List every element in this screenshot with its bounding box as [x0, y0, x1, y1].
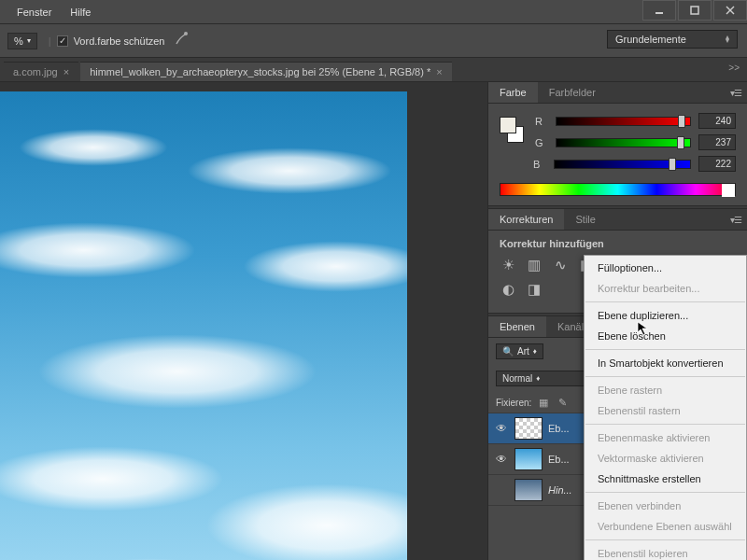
panel-menu-icon[interactable]: ▾☰ — [730, 88, 741, 98]
foreground-swatch[interactable] — [500, 117, 516, 133]
cm-ebenen-verbinden: Ebenen verbinden — [585, 496, 746, 516]
cm-korrektur-bearbeiten: Korrektur bearbeiten... — [585, 278, 746, 299]
layer-name[interactable]: Eb... — [548, 423, 570, 434]
cm-vektormaske-aktivieren: Vektormaske aktivieren — [585, 448, 746, 469]
lock-paint-icon[interactable]: ✎ — [556, 396, 569, 409]
layer-filter-dropdown[interactable]: 🔍 Art ♦ — [496, 343, 543, 359]
b-value[interactable]: 222 — [698, 156, 736, 172]
color-panel-tabs: Farbe Farbfelder ▾☰ — [488, 82, 747, 104]
r-value[interactable]: 240 — [698, 113, 736, 129]
b-label: B — [533, 159, 546, 170]
brightness-icon[interactable]: ☀ — [500, 257, 516, 273]
cm-ebene-loeschen[interactable]: Ebene löschen — [585, 326, 746, 346]
menu-hilfe[interactable]: Hilfe — [61, 3, 100, 21]
tab-farbfelder[interactable]: Farbfelder — [538, 82, 607, 103]
color-panel: R 240 G 237 B 222 — [488, 104, 747, 205]
close-button[interactable] — [713, 0, 747, 21]
cm-ebene-rastern: Ebene rastern — [585, 380, 746, 400]
b-slider[interactable] — [554, 160, 691, 169]
close-icon[interactable]: × — [436, 66, 442, 77]
separator — [585, 376, 745, 377]
curves-icon[interactable]: ∿ — [552, 257, 569, 273]
svg-rect-1 — [691, 7, 698, 14]
g-value[interactable]: 237 — [698, 134, 736, 150]
minimize-button[interactable] — [642, 0, 676, 21]
layer-context-menu: Fülloptionen... Korrektur bearbeiten... … — [584, 255, 747, 560]
tab-overflow[interactable]: >> — [728, 63, 740, 73]
adjustments-panel-tabs: Korrekturen Stile ▾☰ — [488, 209, 747, 231]
r-slider[interactable] — [556, 117, 691, 126]
options-bar: %▾ | Vord.farbe schützen Grundelemente ▴… — [0, 24, 747, 58]
close-icon[interactable]: × — [63, 66, 69, 77]
doc-tab-inactive[interactable]: a.com.jpg× — [4, 62, 78, 81]
svg-point-4 — [184, 32, 188, 35]
separator — [585, 539, 745, 540]
cm-schnittmaske[interactable]: Schnittmaske erstellen — [585, 469, 746, 489]
chevron-updown-icon: ▴▾ — [726, 35, 729, 43]
hue-ramp[interactable] — [500, 183, 736, 196]
color-swatches[interactable] — [500, 117, 524, 143]
canvas-area[interactable] — [0, 82, 487, 560]
menubar: Fenster Hilfe — [0, 0, 747, 24]
separator — [585, 492, 745, 493]
protect-fg-label: Vord.farbe schützen — [74, 35, 165, 47]
lock-trans-icon[interactable]: ▦ — [537, 396, 550, 409]
doc-tab-active[interactable]: himmel_wolken_by_archaeopteryx_stocks.jp… — [80, 62, 451, 81]
hue-icon[interactable]: ◐ — [500, 281, 516, 298]
cm-ebenenstil-kopieren: Ebenenstil kopieren — [585, 543, 746, 560]
layer-thumb[interactable] — [514, 479, 543, 501]
cm-fulloptionen[interactable]: Fülloptionen... — [585, 258, 746, 278]
panel-menu-icon[interactable]: ▾☰ — [730, 215, 741, 225]
r-label: R — [535, 116, 548, 127]
cm-ebenenmaske-aktivieren: Ebenenmaske aktivieren — [585, 427, 746, 448]
visibility-icon[interactable]: 👁 — [496, 453, 509, 466]
layer-name[interactable]: Eb... — [548, 454, 570, 465]
bw-icon[interactable]: ◨ — [526, 281, 543, 298]
visibility-icon[interactable]: 👁 — [496, 422, 509, 435]
levels-icon[interactable]: ▥ — [526, 257, 543, 273]
tab-stile[interactable]: Stile — [564, 209, 606, 230]
cm-smartobjekt[interactable]: In Smartobjekt konvertieren — [585, 353, 746, 373]
g-slider[interactable] — [556, 138, 691, 147]
layer-thumb[interactable] — [514, 417, 543, 440]
opacity-field[interactable]: %▾ — [7, 33, 37, 49]
layer-name[interactable]: Hin... — [548, 484, 572, 496]
protect-fg-checkbox[interactable] — [57, 35, 68, 47]
adjustments-title: Korrektur hinzufügen — [500, 238, 736, 249]
window-controls — [641, 0, 747, 21]
cm-ebenenstil-rastern: Ebenenstil rastern — [585, 400, 746, 421]
g-label: G — [535, 137, 548, 148]
tab-ebenen[interactable]: Ebenen — [488, 316, 546, 337]
cm-verbundene-auswaehlen: Verbundene Ebenen auswähl — [585, 516, 746, 537]
brush-icon[interactable] — [174, 31, 190, 51]
cm-ebene-duplizieren[interactable]: Ebene duplizieren... — [585, 305, 746, 326]
separator — [585, 424, 745, 425]
menu-fenster[interactable]: Fenster — [7, 3, 61, 21]
tab-korrekturen[interactable]: Korrekturen — [488, 209, 564, 230]
layer-thumb[interactable] — [514, 448, 543, 470]
document-tabs: a.com.jpg× himmel_wolken_by_archaeoptery… — [0, 58, 747, 82]
canvas-image — [0, 91, 407, 560]
workspace-dropdown[interactable]: Grundelemente ▴▾ — [607, 30, 738, 49]
separator — [585, 349, 745, 350]
maximize-button[interactable] — [678, 0, 712, 21]
tab-farbe[interactable]: Farbe — [488, 82, 538, 103]
separator — [585, 301, 745, 302]
